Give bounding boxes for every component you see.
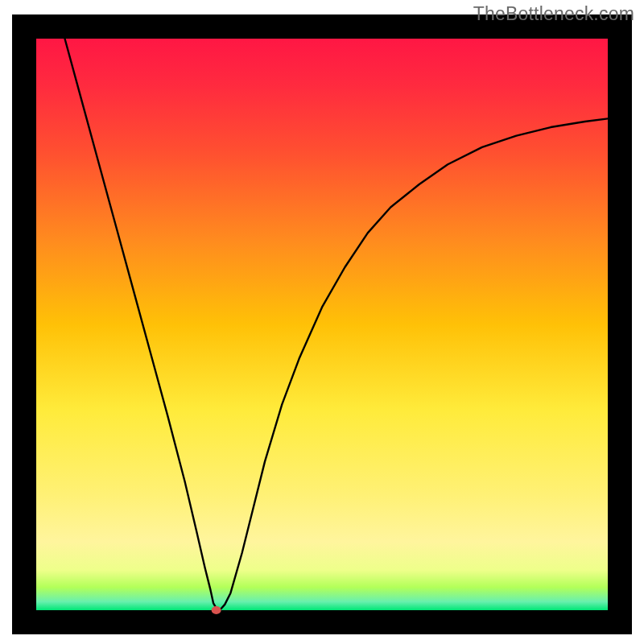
plot-background <box>36 39 608 610</box>
watermark-text: TheBottleneck.com <box>473 3 634 25</box>
bottleneck-chart <box>0 0 644 644</box>
optimal-point-marker <box>212 606 221 614</box>
chart-container: TheBottleneck.com <box>0 0 644 644</box>
